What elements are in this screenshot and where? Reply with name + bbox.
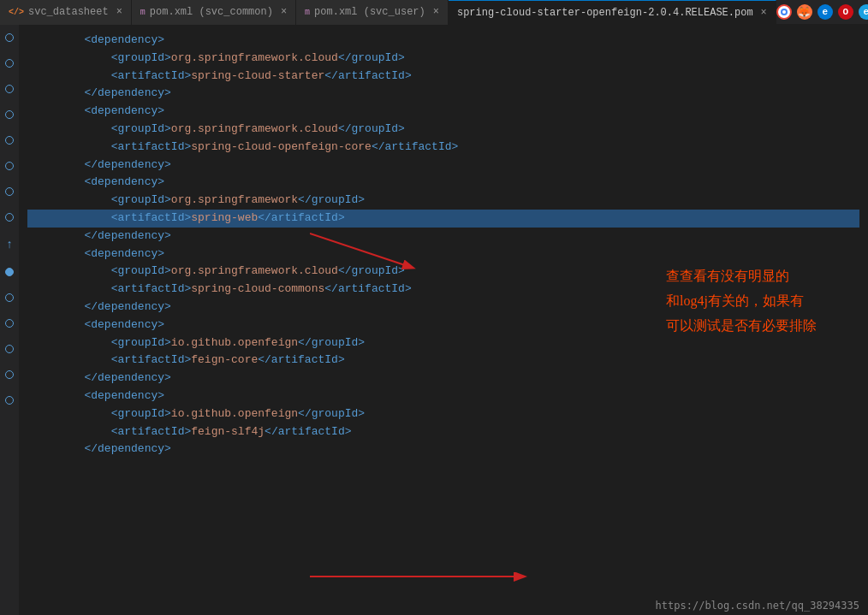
gutter-dot-2 (5, 59, 14, 68)
tab-close-svc-datasheet[interactable]: × (116, 6, 122, 18)
m-icon-1: m (140, 8, 146, 17)
xml-icon: </> (9, 8, 24, 17)
code-line-21: <dependency> (27, 387, 859, 405)
gutter-dot-11 (5, 345, 14, 353)
gutter-dot-6 (5, 162, 14, 170)
gutter-dot-3 (5, 85, 14, 93)
code-line-9: <dependency> (27, 174, 859, 192)
chrome-icon[interactable] (776, 4, 792, 20)
tab-svc-common-pom[interactable]: m pom.xml (svc_common) × (132, 0, 296, 25)
gutter-dot-1 (5, 33, 14, 42)
gutter-dot-13 (5, 396, 14, 405)
code-line-10: <groupId>org.springframework</groupId> (27, 192, 859, 210)
gutter-dot-8 (5, 213, 14, 222)
gutter-dot-4 (5, 110, 14, 119)
m-icon-2: m (305, 8, 310, 17)
opera-icon[interactable]: O (838, 4, 853, 20)
tab-label-svc-user-pom: pom.xml (svc_user) (314, 6, 425, 18)
annotation-line3: 可以测试是否有必要排除 (666, 314, 817, 339)
gutter-dot-9 (5, 293, 14, 302)
gutter-dot-10 (5, 319, 14, 328)
gutter-arrow-up: ↑ (6, 239, 13, 251)
code-line-7: <artifactId>spring-cloud-openfeign-core<… (27, 139, 859, 157)
tab-openfeign-pom[interactable]: spring-cloud-starter-openfeign-2.0.4.REL… (449, 0, 776, 25)
tab-bar: </> svc_datasheet × m pom.xml (svc_commo… (0, 0, 868, 25)
code-line-6: <groupId>org.springframework.cloud</grou… (27, 121, 859, 139)
gutter-dot-5 (5, 136, 14, 145)
browser-icons-group: 🦊 e O e (776, 4, 868, 20)
tab-label-svc-common-pom: pom.xml (svc_common) (150, 6, 273, 18)
tab-svc-user-pom[interactable]: m pom.xml (svc_user) × (296, 0, 449, 25)
svg-point-1 (782, 10, 786, 14)
main-area: ↑ <dependency> <groupId>org.springframew… (0, 25, 868, 615)
code-line-19: <artifactId>feign-core</artifactId> (27, 352, 859, 370)
code-line-8: </dependency> (27, 157, 859, 174)
annotation-line2: 和log4j有关的，如果有 (666, 289, 817, 314)
ie-icon[interactable]: e (859, 4, 868, 20)
edge-icon[interactable]: e (817, 4, 833, 20)
code-line-12: </dependency> (27, 228, 859, 245)
code-line-13: <dependency> (27, 245, 859, 263)
firefox-icon[interactable]: 🦊 (797, 4, 812, 20)
gutter-dot-12 (5, 370, 14, 379)
tab-label-openfeign-pom: spring-cloud-starter-openfeign-2.0.4.REL… (457, 7, 753, 19)
tab-close-openfeign[interactable]: × (761, 7, 767, 19)
code-line-2: <groupId>org.springframework.cloud</grou… (27, 50, 859, 68)
code-line-23: <artifactId>feign-slf4j</artifactId> (27, 423, 859, 441)
code-line-22: <groupId>io.github.openfeign</groupId> (27, 405, 859, 423)
tab-close-svc-common[interactable]: × (281, 6, 287, 18)
url-text: https://blog.csdn.net/qq_38294335 (656, 600, 859, 612)
gutter-dot-7 (5, 187, 14, 196)
code-line-5: <dependency> (27, 103, 859, 121)
code-line-24: </dependency> (27, 441, 859, 458)
gutter-dot-filled (5, 268, 14, 276)
code-line-1: <dependency> (27, 32, 859, 50)
code-line-4: </dependency> (27, 85, 859, 103)
code-editor[interactable]: <dependency> <groupId>org.springframewor… (19, 25, 868, 615)
code-line-11: <artifactId>spring-web</artifactId> (27, 210, 859, 228)
url-bar: https://blog.csdn.net/qq_38294335 (656, 600, 859, 612)
tab-close-svc-user[interactable]: × (433, 6, 439, 18)
arrow-feign-slf4j (310, 572, 567, 598)
left-gutter: ↑ (0, 25, 19, 615)
code-line-20: </dependency> (27, 370, 859, 387)
chinese-annotation: 查查看有没有明显的 和log4j有关的，如果有 可以测试是否有必要排除 (666, 264, 817, 338)
tab-svc-datasheet[interactable]: </> svc_datasheet × (0, 0, 132, 25)
annotation-line1: 查查看有没有明显的 (666, 264, 817, 289)
code-line-3: <artifactId>spring-cloud-starter</artifa… (27, 68, 859, 86)
tab-label-svc-datasheet: svc_datasheet (28, 6, 109, 18)
